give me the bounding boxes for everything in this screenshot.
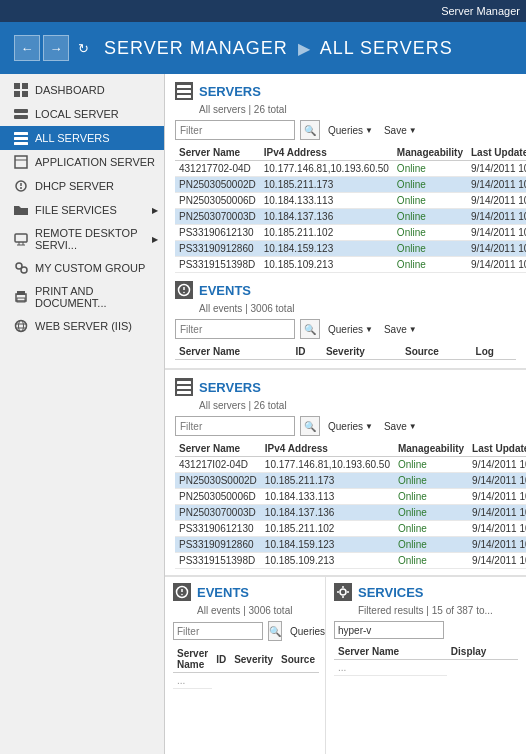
services-filter-input[interactable] xyxy=(334,621,444,639)
table-row[interactable]: PN2503070003D 10.184.137.136 Online 9/14… xyxy=(175,209,526,225)
top-ev-col-source[interactable]: Source xyxy=(401,344,472,360)
table-row[interactable]: ... xyxy=(334,660,518,676)
sidebar-item-all-servers[interactable]: ALL SERVERS xyxy=(0,126,164,150)
events-panel: EVENTS All events | 3006 total 🔍 Queries… xyxy=(165,577,326,754)
services-table: Server Name Display ... xyxy=(334,644,518,676)
sidebar-label-dashboard: DASHBOARD xyxy=(35,84,105,96)
table-row[interactable]: 431217I02-04D 10.177.146.81,10.193.60.50… xyxy=(175,457,526,473)
main-col-ipv4[interactable]: IPv4 Address xyxy=(261,441,394,457)
table-row[interactable]: PN2503070003D 10.184.137.136 Online 9/14… xyxy=(175,505,526,521)
events-search-btn[interactable]: 🔍 xyxy=(268,621,282,641)
top-events-filter-bar: 🔍 Queries ▼ Save ▼ xyxy=(175,319,516,339)
sidebar-item-web-server[interactable]: WEB SERVER (IIS) xyxy=(0,314,164,338)
sidebar-item-dhcp[interactable]: DHCP SERVER xyxy=(0,174,164,198)
svc-col-server-name[interactable]: Server Name xyxy=(334,644,447,660)
sidebar-label-app-server: APPLICATION SERVER xyxy=(35,156,155,168)
top-servers-filter-bar: 🔍 Queries ▼ Save ▼ xyxy=(175,120,516,140)
top-servers-search-btn[interactable]: 🔍 xyxy=(300,120,320,140)
ev-col-source[interactable]: Source xyxy=(277,646,319,673)
title-bar-text: Server Manager xyxy=(441,5,520,17)
svg-rect-28 xyxy=(177,90,191,93)
svg-rect-8 xyxy=(14,142,28,145)
services-header: SERVICES xyxy=(334,583,518,601)
sidebar-item-file-services[interactable]: FILE SERVICES xyxy=(0,198,164,222)
events-filter-bar: 🔍 Queries ▼ Save ▼ ▼ xyxy=(173,621,317,641)
main-servers-queries-btn[interactable]: Queries ▼ xyxy=(325,420,376,433)
table-row[interactable]: PS3319151398D 10.185.109.213 Online 9/14… xyxy=(175,553,526,569)
top-col-manageability[interactable]: Manageability xyxy=(393,145,467,161)
main-servers-search-btn[interactable]: 🔍 xyxy=(300,416,320,436)
sidebar: DASHBOARD LOCAL SERVER ALL SERVERS APPLI… xyxy=(0,74,165,754)
top-events-save-btn[interactable]: Save ▼ xyxy=(381,323,420,336)
table-row[interactable]: PS3319151398D 10.185.109.213 Online 9/14… xyxy=(175,257,526,273)
sidebar-item-remote-desktop[interactable]: REMOTE DESKTOP SERVI... xyxy=(0,222,164,256)
servers-icon xyxy=(14,131,28,145)
events-subtitle: All events | 3006 total xyxy=(197,605,317,616)
services-title: SERVICES xyxy=(358,585,424,600)
top-ev-col-severity[interactable]: Severity xyxy=(322,344,401,360)
ev-col-severity[interactable]: Severity xyxy=(230,646,277,673)
top-servers-save-btn[interactable]: Save ▼ xyxy=(381,124,420,137)
svc-col-display[interactable]: Display xyxy=(447,644,518,660)
top-events-save-arrow: ▼ xyxy=(409,325,417,334)
table-row[interactable]: PN2503050006D 10.184.133.113 Online 9/14… xyxy=(175,193,526,209)
sidebar-item-app-server[interactable]: APPLICATION SERVER xyxy=(0,150,164,174)
table-row[interactable]: PS33190612130 10.185.211.102 Online 9/14… xyxy=(175,225,526,241)
svg-point-13 xyxy=(20,187,22,189)
ev-col-server-name[interactable]: Server Name xyxy=(173,646,212,673)
top-servers-queries-btn[interactable]: Queries ▼ xyxy=(325,124,376,137)
svg-rect-1 xyxy=(22,83,28,89)
events-icon xyxy=(173,583,191,601)
top-events-subtitle: All events | 3006 total xyxy=(199,303,516,314)
refresh-button[interactable]: ↻ xyxy=(72,37,94,59)
table-row[interactable]: PN2503050006D 10.184.133.113 Online 9/14… xyxy=(175,489,526,505)
svg-rect-3 xyxy=(22,91,28,97)
top-col-ipv4[interactable]: IPv4 Address xyxy=(260,145,393,161)
table-row[interactable]: ... xyxy=(173,673,319,689)
top-col-server-name[interactable]: Server Name xyxy=(175,145,260,161)
main-col-manageability[interactable]: Manageability xyxy=(394,441,468,457)
sidebar-item-local-server[interactable]: LOCAL SERVER xyxy=(0,102,164,126)
forward-button[interactable]: → xyxy=(43,35,69,61)
main-servers-save-btn[interactable]: Save ▼ xyxy=(381,420,420,433)
top-ev-col-log[interactable]: Log xyxy=(472,344,516,360)
top-events-queries-btn[interactable]: Queries ▼ xyxy=(325,323,376,336)
top-col-last-update[interactable]: Last Update xyxy=(467,145,526,161)
sidebar-item-my-custom-group[interactable]: MY CUSTOM GROUP xyxy=(0,256,164,280)
sidebar-label-print: PRINT AND DOCUMENT... xyxy=(35,285,156,309)
top-ev-col-id[interactable]: ID xyxy=(292,344,322,360)
table-row[interactable]: PS33190612130 10.185.211.102 Online 9/14… xyxy=(175,521,526,537)
sidebar-item-print[interactable]: PRINT AND DOCUMENT... xyxy=(0,280,164,314)
events-queries-btn[interactable]: Queries ▼ xyxy=(287,625,326,638)
header-title: SERVER MANAGER xyxy=(104,38,288,59)
ev-col-id[interactable]: ID xyxy=(212,646,230,673)
top-ev-col-server-name[interactable]: Server Name xyxy=(175,344,292,360)
table-row[interactable]: PN2503050002D 10.185.211.173 Online 9/14… xyxy=(175,177,526,193)
svg-rect-21 xyxy=(17,291,25,295)
table-row[interactable]: PS33190912860 10.184.159.123 Online 9/14… xyxy=(175,241,526,257)
table-row[interactable]: PS33190912860 10.184.159.123 Online 9/14… xyxy=(175,537,526,553)
main-col-server-name[interactable]: Server Name xyxy=(175,441,261,457)
table-row[interactable]: 431217702-04D 10.177.146.81,10.193.60.50… xyxy=(175,161,526,177)
events-section-icon xyxy=(175,281,193,299)
main-col-last-update[interactable]: Last Update xyxy=(468,441,526,457)
services-icon xyxy=(334,583,352,601)
sidebar-label-web-server: WEB SERVER (IIS) xyxy=(35,320,132,332)
header-separator: ▶ xyxy=(298,39,310,58)
svg-point-24 xyxy=(19,321,24,332)
server-icon xyxy=(14,107,28,121)
sidebar-label-all-servers: ALL SERVERS xyxy=(35,132,110,144)
main-servers-subtitle: All servers | 26 total xyxy=(199,400,516,411)
svg-point-38 xyxy=(181,594,183,596)
top-servers-filter-input[interactable] xyxy=(175,120,295,140)
events-filter-input[interactable] xyxy=(173,622,263,640)
main-servers-filter-input[interactable] xyxy=(175,416,295,436)
events-title: EVENTS xyxy=(197,585,249,600)
top-events-title: EVENTS xyxy=(199,283,251,298)
top-events-filter-input[interactable] xyxy=(175,319,295,339)
table-row[interactable]: PN25030S0002D 10.185.211.173 Online 9/14… xyxy=(175,473,526,489)
top-events-search-btn[interactable]: 🔍 xyxy=(300,319,320,339)
back-button[interactable]: ← xyxy=(14,35,40,61)
svg-rect-27 xyxy=(177,85,191,88)
sidebar-item-dashboard[interactable]: DASHBOARD xyxy=(0,78,164,102)
